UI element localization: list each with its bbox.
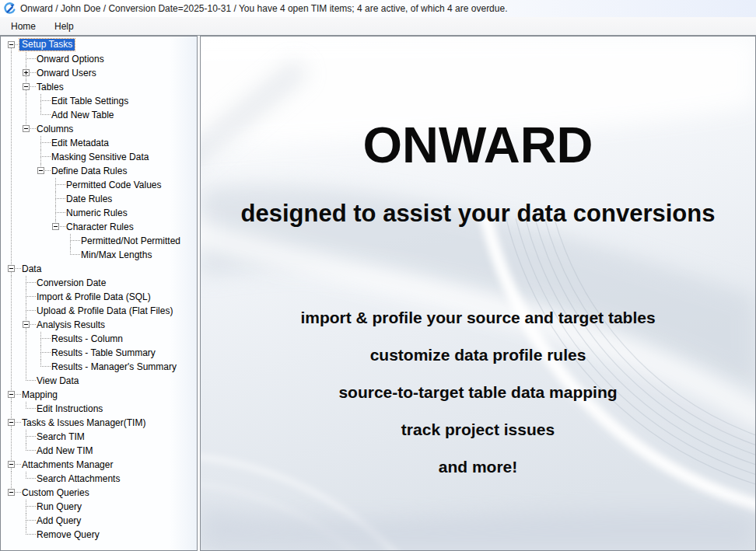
tree-node[interactable]: Permitted/Not Permitted: [1, 234, 197, 248]
app-logo-icon: [3, 2, 16, 15]
tree-node[interactable]: Results - Table Summary: [1, 346, 197, 360]
tree-node[interactable]: Tasks & Issues Manager(TIM): [1, 416, 197, 430]
tree-node-label[interactable]: Date Rules: [66, 192, 112, 206]
tree-node[interactable]: Conversion Date: [1, 276, 197, 290]
tree-node[interactable]: Edit Instructions: [1, 402, 197, 416]
menu-item-home[interactable]: Home: [3, 19, 44, 34]
tree-node[interactable]: Numeric Rules: [1, 206, 197, 220]
tree-node-label[interactable]: Run Query: [37, 500, 82, 514]
tree-guide-line: [26, 282, 37, 283]
tree-node-label[interactable]: Character Rules: [66, 220, 134, 234]
tree-node[interactable]: Run Query: [1, 500, 197, 514]
tree-node-label[interactable]: View Data: [37, 374, 79, 388]
tree-node[interactable]: Search TIM: [1, 430, 197, 444]
tree-node-label[interactable]: Results - Manager's Summary: [51, 360, 177, 374]
tree-node-label[interactable]: Edit Instructions: [37, 402, 103, 416]
tree-node-label[interactable]: Numeric Rules: [66, 206, 128, 220]
tree-node-label[interactable]: Mapping: [22, 388, 58, 402]
tree-node[interactable]: Add New TIM: [1, 444, 197, 458]
expand-plus-icon[interactable]: [23, 69, 30, 76]
tree-guide-line: [11, 206, 12, 220]
tree-node[interactable]: Masking Sensitive Data: [1, 150, 197, 164]
tree-node[interactable]: Setup Tasks: [1, 38, 197, 52]
tree-node[interactable]: Columns: [1, 122, 197, 136]
tree-node-label[interactable]: Tables: [37, 80, 64, 94]
tree-node-label[interactable]: Search TIM: [37, 430, 85, 444]
tree-node-label[interactable]: Add New TIM: [37, 444, 93, 458]
expand-minus-icon[interactable]: [23, 321, 30, 328]
tree-guide-line: [26, 436, 37, 437]
tree-node[interactable]: View Data: [1, 374, 197, 388]
tree-node[interactable]: Permitted Code Values: [1, 178, 197, 192]
tree-node-label[interactable]: Analysis Results: [37, 318, 105, 332]
tree-node[interactable]: Date Rules: [1, 192, 197, 206]
tree-node-label[interactable]: Edit Metadata: [51, 136, 109, 150]
expand-minus-icon[interactable]: [23, 83, 30, 90]
tree-node-label[interactable]: Upload & Profile Data (Flat Files): [37, 304, 173, 318]
tree-node[interactable]: Onward Options: [1, 52, 197, 66]
tree-node-label[interactable]: Permitted Code Values: [66, 178, 162, 192]
tree-node-label[interactable]: Remove Query: [37, 528, 100, 542]
tree-guide-line: [55, 185, 56, 192]
tree-node-label[interactable]: Results - Table Summary: [51, 346, 156, 360]
tree-node[interactable]: Min/Max Lengths: [1, 248, 197, 262]
tree-node-label[interactable]: Add Query: [37, 514, 81, 528]
tree-node-label[interactable]: Tasks & Issues Manager(TIM): [22, 416, 145, 430]
tree-guide-line: [26, 408, 37, 409]
navigation-tree[interactable]: Setup TasksOnward OptionsOnward UsersTab…: [0, 36, 198, 551]
tree-node-label[interactable]: Permitted/Not Permitted: [81, 234, 180, 248]
tree-node[interactable]: Character Rules: [1, 220, 197, 234]
tree-node-label[interactable]: Onward Users: [37, 66, 96, 80]
menu-item-help[interactable]: Help: [47, 19, 82, 34]
tree-node-label[interactable]: Import & Profile Data (SQL): [37, 290, 151, 304]
expand-minus-icon[interactable]: [23, 125, 30, 132]
tree-node[interactable]: Search Attachments: [1, 472, 197, 486]
feature-line: customize data profile rules: [201, 346, 755, 364]
tree-node[interactable]: Add Query: [1, 514, 197, 528]
tree-node-label[interactable]: Add New Table: [51, 108, 114, 122]
tree-node[interactable]: Edit Table Settings: [1, 94, 197, 108]
tree-node[interactable]: Import & Profile Data (SQL): [1, 290, 197, 304]
expand-minus-icon[interactable]: [8, 41, 15, 48]
tree-guide-line: [40, 157, 41, 164]
expand-minus-icon[interactable]: [8, 489, 15, 496]
tree-node-label[interactable]: Search Attachments: [37, 472, 120, 486]
tree-node[interactable]: Results - Manager's Summary: [1, 360, 197, 374]
expand-minus-icon[interactable]: [8, 391, 15, 398]
tree-node[interactable]: Custom Queries: [1, 486, 197, 500]
expand-minus-icon[interactable]: [8, 419, 15, 426]
tree-node[interactable]: Define Data Rules: [1, 164, 197, 178]
tree-guide-line: [11, 80, 12, 94]
tree-node[interactable]: Data: [1, 262, 197, 276]
tree-node-label[interactable]: Edit Table Settings: [51, 94, 128, 108]
tree-node-label[interactable]: Results - Column: [51, 332, 123, 346]
tree-node[interactable]: Tables: [1, 80, 197, 94]
tree-node[interactable]: Remove Query: [1, 528, 197, 542]
tree-guide-line: [26, 437, 26, 444]
tree-node-label[interactable]: Attachments Manager: [22, 458, 113, 472]
tree-node-label[interactable]: Min/Max Lengths: [81, 248, 152, 262]
tree-node-label[interactable]: Setup Tasks: [19, 39, 75, 51]
tree-guide-line: [11, 66, 12, 80]
tree-guide-line: [26, 346, 26, 360]
tree-node[interactable]: Analysis Results: [1, 318, 197, 332]
expand-minus-icon[interactable]: [52, 223, 59, 230]
tree-node[interactable]: Add New Table: [1, 108, 197, 122]
tree-node[interactable]: Onward Users: [1, 66, 197, 80]
tree-node-label[interactable]: Columns: [37, 122, 73, 136]
tree-node-label[interactable]: Define Data Rules: [51, 164, 127, 178]
expand-minus-icon[interactable]: [37, 167, 44, 174]
tree-node-label[interactable]: Data: [22, 262, 41, 276]
tree-node[interactable]: Results - Column: [1, 332, 197, 346]
tree-node[interactable]: Upload & Profile Data (Flat Files): [1, 304, 197, 318]
tree-node-label[interactable]: Masking Sensitive Data: [51, 150, 149, 164]
tree-node-label[interactable]: Custom Queries: [22, 486, 89, 500]
tree-node[interactable]: Edit Metadata: [1, 136, 197, 150]
tree-node[interactable]: Attachments Manager: [1, 458, 197, 472]
tree-node-label[interactable]: Conversion Date: [37, 276, 106, 290]
tree-guide-line: [26, 296, 37, 297]
expand-minus-icon[interactable]: [8, 265, 15, 272]
tree-node[interactable]: Mapping: [1, 388, 197, 402]
expand-minus-icon[interactable]: [8, 461, 15, 468]
tree-node-label[interactable]: Onward Options: [37, 52, 104, 66]
